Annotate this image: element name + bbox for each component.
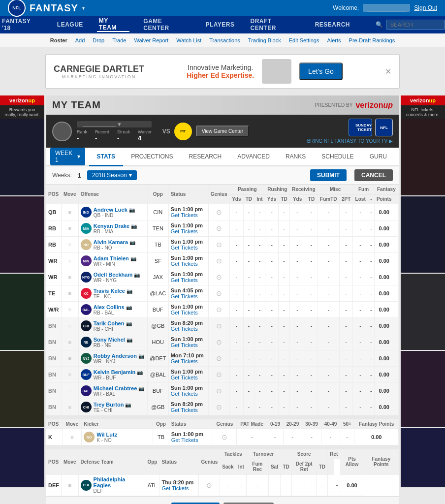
player-name[interactable]: Adam Thielen 📷	[94, 255, 136, 261]
bring-nfl-link[interactable]: BRING NFL FANTASY TO YOUR TV ▶	[307, 138, 393, 144]
view-gc-button[interactable]: View Game Center	[196, 126, 249, 137]
ad-close-button[interactable]: ✕	[385, 67, 391, 76]
weeks-bar: Weeks: 1 2018 Season ▾ SUBMIT CANCEL	[46, 166, 399, 185]
kicker-move[interactable]: ≡	[63, 429, 82, 445]
player-name[interactable]: Andrew Luck 📷	[94, 207, 135, 213]
player-name[interactable]: Alex Collins 📷	[94, 304, 132, 310]
player-opp: BUF	[148, 302, 169, 318]
subnav-trade[interactable]: Trade	[112, 37, 126, 43]
fantasy-dropdown-arrow[interactable]: ▾	[82, 5, 85, 11]
player-genius[interactable]: ⊙	[208, 383, 229, 399]
player-move[interactable]: ≡	[61, 237, 78, 253]
tab-guru[interactable]: GURU	[362, 148, 395, 166]
player-genius[interactable]: ⊙	[208, 220, 229, 237]
left-ad-img-2	[0, 196, 44, 273]
player-move[interactable]: ≡	[61, 367, 78, 383]
sign-out-link[interactable]: Sign Out	[414, 4, 437, 11]
vs-section: VS PIT View Game Center	[162, 123, 249, 140]
subnav-roster[interactable]: Roster	[50, 37, 67, 43]
player-genius[interactable]: ⊙	[208, 253, 229, 269]
player-name[interactable]: Sony Michel 📷	[94, 337, 132, 343]
player-move[interactable]: ≡	[61, 334, 78, 350]
player-cell: NYG Odell Beckham 📷 WR - NYG	[78, 269, 147, 285]
nav-draftcenter[interactable]: DRAFT CENTER	[248, 18, 301, 32]
col-pass-yds: Yds	[229, 194, 243, 204]
player-name[interactable]: Tarik Cohen 📷	[94, 320, 132, 326]
player-move[interactable]: ≡	[61, 350, 78, 367]
nav-league[interactable]: LEAGUE	[55, 21, 85, 28]
tab-projections[interactable]: PROJECTIONS	[123, 148, 181, 166]
nav-players[interactable]: PLAYERS	[203, 21, 236, 28]
player-move[interactable]: ≡	[61, 204, 78, 220]
player-genius[interactable]: ⊙	[208, 399, 229, 415]
player-genius[interactable]: ⊙	[208, 318, 229, 334]
player-move[interactable]: ≡	[61, 269, 78, 285]
player-genius[interactable]: ⊙	[208, 350, 229, 367]
player-genius[interactable]: ⊙	[208, 334, 229, 350]
player-genius[interactable]: ⊙	[208, 302, 229, 318]
nav-fantasy18[interactable]: FANTASY '18	[0, 18, 43, 32]
tab-stats[interactable]: STATS	[89, 148, 124, 166]
kicker-genius[interactable]: ⊙	[213, 429, 236, 445]
col-d-fumrec: Fum Rec	[246, 459, 268, 474]
subnav-predraft[interactable]: Pre-Draft Rankings	[349, 37, 395, 43]
player-name[interactable]: Travis Kelce 📷	[94, 288, 132, 294]
subnav-alerts[interactable]: Alerts	[327, 37, 341, 43]
search-input[interactable]	[386, 20, 445, 30]
col-d-pos: POS	[46, 449, 62, 474]
defense-move[interactable]: ≡	[62, 474, 79, 496]
nav-myteam[interactable]: MY TEAM	[97, 17, 130, 32]
week-selector[interactable]: WEEK 1 ▾	[50, 148, 85, 165]
player-name[interactable]: Odell Beckham 📷	[94, 272, 140, 278]
player-genius[interactable]: ⊙	[208, 367, 229, 383]
nav-research[interactable]: RESEARCH	[313, 21, 352, 28]
season-selector[interactable]: 2018 Season ▾	[87, 170, 137, 180]
subnav-editsettings[interactable]: Edit Settings	[289, 37, 319, 43]
player-opp: TB	[148, 237, 169, 253]
waiver-stat: Waiver 4	[138, 129, 152, 142]
player-move[interactable]: ≡	[61, 253, 78, 269]
player-move[interactable]: ≡	[61, 383, 78, 399]
player-move[interactable]: ≡	[61, 285, 78, 302]
player-genius[interactable]: ⊙	[208, 204, 229, 220]
col-rush-yds: Yds	[265, 194, 279, 204]
player-name[interactable]: Michael Crabtree 📷	[94, 385, 145, 391]
subnav-transactions[interactable]: Transactions	[209, 37, 240, 43]
tab-advanced[interactable]: ADVANCED	[229, 148, 278, 166]
player-move[interactable]: ≡	[61, 302, 78, 318]
subnav-drop[interactable]: Drop	[93, 37, 104, 43]
defense-genius[interactable]: ⊙	[199, 474, 220, 496]
player-name[interactable]: Kenyan Drake 📷	[94, 223, 137, 229]
col-k-fg4049: 40-49	[321, 419, 340, 429]
col-k-kicker: Kicker	[82, 419, 153, 429]
player-genius[interactable]: ⊙	[208, 237, 229, 253]
player-name[interactable]: Kelvin Benjamin 📷	[94, 369, 143, 375]
subnav-add[interactable]: Add	[75, 37, 85, 43]
weeks-submit-button[interactable]: SUBMIT	[310, 169, 347, 181]
player-move[interactable]: ≡	[61, 399, 78, 415]
player-name[interactable]: Trey Burton 📷	[94, 402, 131, 408]
player-genius[interactable]: ⊙	[208, 269, 229, 285]
col-k-move: Move	[63, 419, 82, 429]
player-move[interactable]: ≡	[61, 318, 78, 334]
defense-row: DEF ≡ PHI Philadelphia Eagles DEF ATL Th…	[46, 474, 399, 496]
nav-gamecenter[interactable]: GAME CENTER	[141, 18, 191, 32]
subnav-tradingblock[interactable]: Trading Block	[248, 37, 281, 43]
subnav-watchlist[interactable]: Watch List	[176, 37, 201, 43]
tab-research[interactable]: RESEARCH	[181, 148, 229, 166]
player-status: Sun 1:00 pm Get Tickets	[168, 220, 208, 237]
col-k-fg3039: 30-39	[302, 419, 321, 429]
tab-ranks[interactable]: RANKS	[278, 148, 314, 166]
weeks-cancel-button[interactable]: CANCEL	[354, 169, 393, 181]
player-name[interactable]: Robby Anderson 📷	[94, 353, 144, 359]
player-genius[interactable]: ⊙	[208, 285, 229, 302]
player-move[interactable]: ≡	[61, 220, 78, 237]
player-opp: CIN	[148, 204, 169, 220]
subnav-waiver[interactable]: Waiver Report	[134, 37, 168, 43]
tab-schedule[interactable]: SCHEDULE	[314, 148, 361, 166]
defense-status: Thu 8:20 pm Get Tickets	[159, 474, 199, 496]
player-name[interactable]: Alvin Kamara 📷	[94, 239, 135, 245]
search-area: 🔍	[376, 20, 445, 30]
ad-cta-button[interactable]: Let's Go	[299, 63, 343, 80]
record-val: -	[95, 134, 109, 142]
